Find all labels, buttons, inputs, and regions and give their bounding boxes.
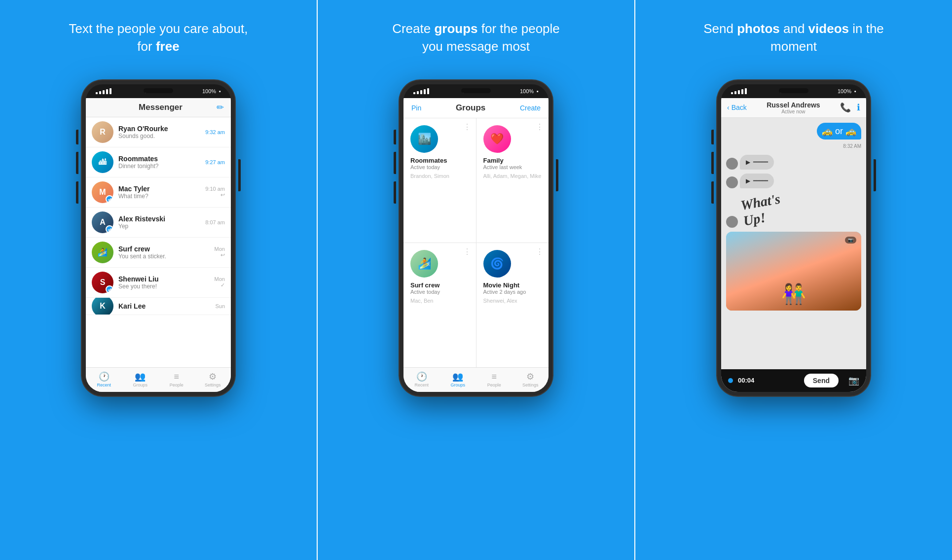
panel-2-headline: Create groups for the people you message… [382,20,570,56]
avatar-shen: S [92,272,113,293]
phone-screen-2: Pin Groups Create ⋮ 🏙️ Roommates Active … [403,98,549,392]
messenger-title: Messenger [105,103,217,112]
contact-info: Russel Andrews Active now [767,101,820,114]
chat-content-roommates: Roommates Dinner tonight? [118,155,200,170]
recording-dot [728,378,733,383]
badge-shen [106,285,113,293]
phone-power-button [238,159,241,191]
msg-audio-bubble-2: ▶ ━━━━━ [740,174,774,188]
msg-taxi-bubble: 🚕 or 🚕 [817,123,861,140]
contact-status: Active now [767,109,820,114]
phone-screen-3: ‹ Back Russel Andrews Active now 📞 ℹ [721,98,866,392]
headline-bold-3a: photos [737,21,780,36]
chat-item-roommates[interactable]: 🏙 Roommates Dinner tonight? 9:27 am [86,147,231,177]
recent-icon: 🕐 [99,372,110,381]
photo-label: 📷 [845,237,856,244]
back-button[interactable]: ‹ Back [727,104,747,111]
tab-recent-label-2: Recent [414,383,429,387]
send-button[interactable]: Send [804,374,839,387]
tab-people-1[interactable]: ≡ People [158,372,195,387]
recent-icon-2: 🕐 [416,372,427,381]
msg-audio-row-2: ▶ ━━━━━ [726,174,861,188]
tab-settings-1[interactable]: ⚙ Settings [195,372,231,387]
groups-grid: ⋮ 🏙️ Roommates Active today Brandon, Sim… [403,118,549,367]
video-timer: 00:04 [738,377,754,384]
group-more-family[interactable]: ⋮ [536,123,544,131]
panel-3-headline: Send photos and videos in the moment [700,20,887,56]
headline-text-3b: and [780,21,808,36]
tab-settings-label-1: Settings [205,383,221,387]
avatar-mac: M [92,181,113,203]
chat-status-surf: ↩ [215,252,225,258]
selfie-emoji: 👫 [781,282,806,306]
chat-name-surf: Surf crew [118,245,210,253]
signal-icon-3 [731,88,747,94]
messenger-header: Messenger ✏ [86,98,231,117]
badge-alex [106,225,113,233]
tab-groups-1[interactable]: 👥 Groups [122,372,159,387]
groups-pin-button[interactable]: Pin [411,104,421,112]
phone-mute-button [76,130,78,144]
battery-icons-3: 100% ▪ [838,88,856,94]
phone-2-power-button [556,159,558,191]
info-icon[interactable]: ℹ [857,102,860,113]
phone-2-vol-up-button [394,152,396,174]
group-status-family: Active last week [483,164,522,170]
chat-item-shen[interactable]: S Shenwei Liu See you there! Mon ✓ [86,268,231,298]
chat-item-kari[interactable]: K Kari Lee Sun [86,298,231,315]
tab-people-2[interactable]: ≡ People [476,372,513,387]
phone-3-power-button [874,159,876,191]
headline-bold-1: free [156,39,180,54]
groups-icon-1: 👥 [135,372,146,381]
chat-item-ryan[interactable]: R Ryan O'Rourke Sounds good. 9:32 am [86,117,231,147]
group-cell-surfcrew[interactable]: ⋮ 🏄 Surf crew Active today Mac, Ben [403,243,476,367]
group-cell-roommates[interactable]: ⋮ 🏙️ Roommates Active today Brandon, Sim… [403,118,476,243]
group-more-roommates[interactable]: ⋮ [463,123,471,131]
chat-status-shen: ✓ [215,282,225,288]
group-members-family: Alli, Adam, Megan, Mike [483,173,542,179]
phone-3-vol-down-button [711,181,714,204]
group-name-surfcrew: Surf crew [410,281,439,289]
tab-recent-2[interactable]: 🕐 Recent [403,372,440,387]
phone-3: 9:41 AM 100% ▪ ‹ Back Russel Andrews Act… [717,80,870,396]
tab-people-label-1: People [170,383,183,387]
msg-audio-bubble: ▶ ━━━━━ [740,155,774,170]
group-cell-movienight[interactable]: ⋮ 🌀 Movie Night Active 2 days ago Shenwe… [476,243,549,367]
group-more-surfcrew[interactable]: ⋮ [463,248,471,256]
avatar-roommates-list: 🏙 [92,151,113,173]
audio-play-icon: ▶ [746,159,750,166]
group-name-movienight: Movie Night [483,281,520,289]
tab-groups-label-2: Groups [450,383,465,387]
chat-messages-area: 🚕 or 🚕 8:32 AM ▶ ━━━━━ [721,118,866,369]
camera-icon[interactable]: 📷 [848,375,859,386]
battery-percent-3: 100% [838,88,851,94]
chat-item-alex[interactable]: A Alex Ristevski Yep 8:07 am [86,208,231,238]
group-more-movienight[interactable]: ⋮ [536,248,544,256]
people-icon-1: ≡ [174,372,179,381]
chat-preview-alex: Yep [118,223,200,230]
tab-groups-2[interactable]: 👥 Groups [440,372,476,387]
group-cell-family[interactable]: ⋮ ❤️ Family Active last week Alli, Adam,… [476,118,549,243]
phone-call-icon[interactable]: 📞 [840,102,851,113]
chat-item-surf[interactable]: 🏄 Surf crew You sent a sticker. Mon ↩ [86,238,231,268]
chat-meta-ryan: 9:32 am [205,129,225,135]
compose-icon[interactable]: ✏ [217,102,224,113]
group-members-surfcrew: Mac, Ben [410,298,433,304]
back-label: Back [732,104,747,111]
phone-2-mute-button [394,130,396,144]
chat-time-shen: Mon [215,276,225,282]
group-status-surfcrew: Active today [410,289,440,295]
tab-recent-1[interactable]: 🕐 Recent [86,372,122,387]
groups-create-button[interactable]: Create [520,104,541,112]
chat-name-shen: Shenwei Liu [118,275,210,283]
chat-meta-mac: 9:10 am ↩ [205,186,225,198]
video-bar: 00:04 Send 📷 [721,369,866,392]
signal-icon [96,88,111,94]
group-status-movienight: Active 2 days ago [483,289,526,295]
msg-time-stamp: 8:32 AM [726,143,861,149]
audio-waveform-2: ━━━━━ [753,178,768,183]
tab-bar-1: 🕐 Recent 👥 Groups ≡ People ⚙ Settings [86,367,231,392]
battery-icons-2: 100% ▪ [520,88,539,94]
chat-item-mac[interactable]: M Mac Tyler What time? 9:10 am ↩ [86,177,231,208]
tab-settings-2[interactable]: ⚙ Settings [513,372,549,387]
